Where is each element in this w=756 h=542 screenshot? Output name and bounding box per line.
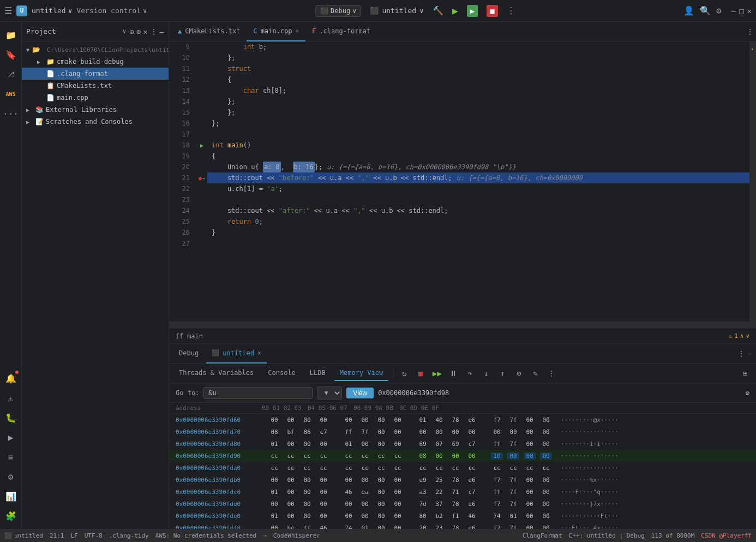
mem-addr-6: 0x0000006e3390fdc0 [169,489,262,496]
debug-config-selector[interactable]: ⬛ Debug ∨ [315,5,361,17]
bookmarks-icon[interactable]: 🔖 [2,46,20,63]
scratches-arrow[interactable]: ▶ [26,119,33,125]
stop-button[interactable]: ■ [487,5,497,17]
status-codewhisperer[interactable]: CodeWhisperer [273,532,320,539]
menu-icon[interactable]: ☰ [4,5,12,16]
minimize-button[interactable]: — [731,7,736,15]
structure-icon[interactable]: ≡ [2,448,20,466]
tabs-more-icon[interactable]: ⋮ [746,27,754,36]
project-tool-icon[interactable]: 📁 [2,26,20,44]
tab-main-cpp[interactable]: C main.cpp ✕ [247,22,305,41]
more-tools-icon[interactable]: ··· [2,105,20,122]
view-button[interactable]: View [346,388,374,398]
bottom-panel-more-icon[interactable]: ⋮ [738,350,745,358]
version-control-btn[interactable]: Version control ∨ [76,7,147,15]
git-icon[interactable]: ⎇ [2,65,20,83]
subtab-console[interactable]: Console [262,366,301,381]
status-aws[interactable]: AWS: No credentials selected [155,532,256,539]
run-icon-18[interactable]: ▶ [200,142,203,148]
run-tool-icon[interactable]: ▶ [2,428,20,446]
tree-root[interactable]: ▼ 📂 untitled C:\Users\10070\CLionProject… [22,44,169,56]
memory-row-0: 0x0000006e3390fd60 00000000 00000000 014… [169,414,756,426]
run-target-selector[interactable]: ⬛ untitled ∨ [370,7,423,15]
tab-clang-format[interactable]: F .clang-format [305,22,377,41]
tab-cmakelists[interactable]: ▲ CMakeLists.txt [171,22,247,41]
bottom-tab-untitled[interactable]: ⬛ untitled ✕ [206,344,266,364]
memory-settings-icon[interactable]: ⚙ [746,389,749,397]
subtab-threads[interactable]: Threads & Variables [173,366,259,381]
subtab-memory-view[interactable]: Memory View [334,366,388,381]
bottom-tab-debug[interactable]: Debug [173,344,204,364]
untitled-tab-close[interactable]: ✕ [257,349,261,356]
tree-root-arrow[interactable]: ▼ [26,47,29,53]
project-selector[interactable]: untitled ∨ [32,7,72,15]
toolbar-refresh-icon[interactable]: ↻ [398,367,411,380]
status-clang-tidy[interactable]: .clang-tidy [109,532,149,539]
run-with-coverage-button[interactable]: ▶ [467,5,478,17]
user-icon[interactable]: 👤 [683,5,694,16]
status-project[interactable]: untitled [14,532,43,539]
tree-clang-format[interactable]: 📄 .clang-format [22,68,169,80]
code-content[interactable]: int b; }; struct { char ch[8]; }; }; }; … [207,41,749,321]
status-lf[interactable]: LF [70,532,77,539]
subtab-lldb[interactable]: LLDB [304,366,331,381]
maximize-button[interactable]: □ [739,7,743,15]
debug-subtabs-bar: Threads & Variables Console LLDB Memory … [169,364,756,383]
close-button[interactable]: ✕ [747,7,752,15]
problems-icon[interactable]: ⚠ [2,389,20,407]
settings-icon[interactable]: ⚙ [716,5,722,16]
toolbar-run-cursor-icon[interactable]: ⊙ [512,367,525,380]
tree-scratches[interactable]: ▶ 📝 Scratches and Consoles [22,116,169,128]
cmake-build-arrow[interactable]: ▶ [37,59,44,65]
profiler-icon[interactable]: 📊 [2,487,20,505]
status-csdn[interactable]: CSDN @Playerff [701,532,752,539]
search-everywhere-icon[interactable]: 🔍 [700,5,711,16]
toolbar-stop-icon[interactable]: ■ [414,367,427,380]
toolbar-expand-icon[interactable]: ⊞ [739,367,752,380]
ext-libs-arrow[interactable]: ▶ [26,107,33,113]
bottom-panel-minimize-icon[interactable]: — [748,350,752,358]
status-memory: 113 of 8000M [651,532,694,539]
toolbar-step-out-icon[interactable]: ↑ [496,367,509,380]
status-lang[interactable]: C++: untitled | Debug [569,532,645,539]
tree-external-libs[interactable]: ▶ 📚 External Libraries [22,104,169,116]
notifications-icon[interactable]: 🔔 [2,370,20,387]
toolbar-resume-icon[interactable]: ▶▶ [430,367,443,380]
toolbar-step-over-icon[interactable]: ↷ [463,367,476,380]
toolbar-eval-icon[interactable]: ✎ [529,367,542,380]
status-clangformat[interactable]: ClangFormat [523,532,562,539]
tab-cpp-close[interactable]: ✕ [295,27,299,34]
toolbar-step-into-icon[interactable]: ↓ [479,367,493,380]
more-options-icon[interactable]: ⋮ [507,5,515,16]
editor-scrollbar[interactable]: ▸ [749,41,756,321]
status-charset[interactable]: UTF-8 [85,532,103,539]
build-hammer-icon[interactable]: 🔨 [433,5,443,16]
debug-tool-icon[interactable]: 🐛 [2,409,20,426]
status-position[interactable]: 21:1 [50,532,64,539]
panel-title[interactable]: Project [26,27,119,35]
tree-main-cpp[interactable]: 📄 main.cpp [22,92,169,104]
goto-input[interactable] [203,387,313,399]
panel-collapse-icon[interactable]: ✕ [143,27,147,36]
run-button[interactable]: ▶ [452,5,458,16]
panel-expand-icon[interactable]: ⊕ [136,27,141,36]
tree-cmakelists[interactable]: 📋 CMakeLists.txt [22,80,169,92]
gutter-23 [196,194,207,205]
ln-10: 10 [169,52,190,63]
gutter-25 [196,216,207,227]
services-icon[interactable]: ⚙ [2,468,20,485]
memory-view[interactable]: Address 00 01 02 03 04 05 06 07 08 09 0A… [169,403,756,529]
panel-minimize-icon[interactable]: — [160,27,164,36]
panel-gear-icon[interactable]: ⋮ [150,27,158,36]
horizontal-scrollbar[interactable] [169,321,756,328]
aws-icon[interactable]: AWS [2,85,20,103]
goto-dropdown[interactable]: ▼ [317,386,342,400]
plugins-icon[interactable]: 🧩 [2,507,20,525]
panel-locate-icon[interactable]: ⊙ [129,27,134,36]
toolbar-pause-icon[interactable]: ⏸ [447,367,460,380]
gutter-21: ● → [196,172,207,183]
toolbar-more-debug-icon[interactable]: ⋮ [545,367,558,380]
project-tree: ▼ 📂 untitled C:\Users\10070\CLionProject… [22,41,169,529]
code-line-17 [207,129,749,140]
tree-cmake-build[interactable]: ▶ 📁 cmake-build-debug [22,56,169,68]
